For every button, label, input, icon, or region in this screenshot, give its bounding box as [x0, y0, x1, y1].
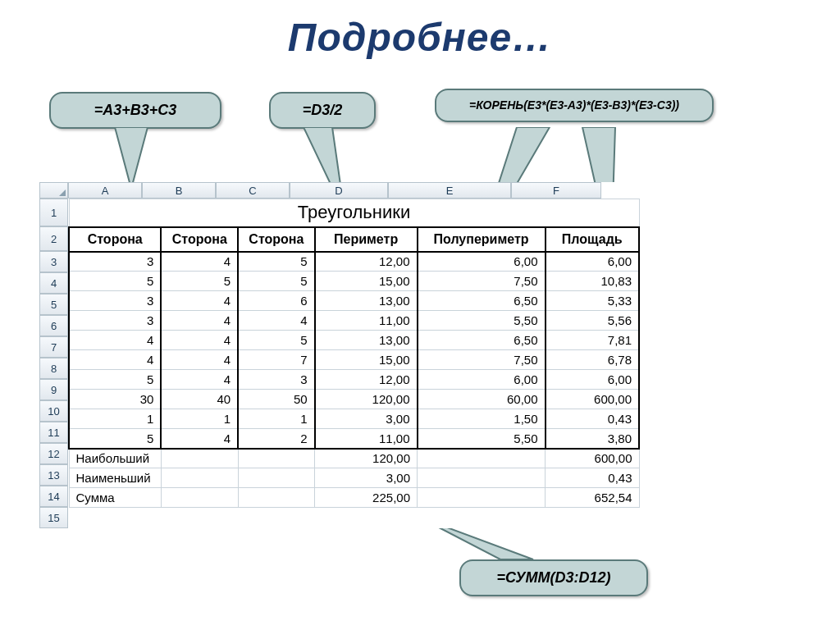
data-cell[interactable]: 4	[161, 370, 238, 390]
data-cell[interactable]: 15,00	[315, 272, 418, 291]
table-header-cell[interactable]: Сторона	[161, 227, 238, 252]
data-cell[interactable]: 1	[69, 409, 161, 429]
data-cell[interactable]: 5,50	[418, 311, 546, 331]
row-header[interactable]: 14	[39, 486, 68, 507]
data-cell[interactable]: 6,00	[418, 252, 546, 272]
data-cell[interactable]: 15,00	[315, 350, 418, 370]
col-header-E[interactable]: E	[388, 182, 511, 199]
row-header[interactable]: 4	[39, 272, 68, 294]
data-cell[interactable]: 4	[161, 311, 238, 331]
row-header[interactable]: 15	[39, 507, 68, 528]
data-cell[interactable]: 12,00	[315, 370, 418, 390]
data-cell[interactable]: 6,50	[418, 331, 546, 350]
summary-cell[interactable]: Наименьший	[69, 468, 161, 488]
data-cell[interactable]: 5	[69, 429, 161, 449]
data-cell[interactable]: 5	[238, 252, 315, 272]
summary-cell[interactable]	[161, 449, 238, 468]
data-cell[interactable]: 5	[69, 272, 161, 291]
data-cell[interactable]: 4	[161, 429, 238, 449]
data-cell[interactable]: 40	[161, 390, 238, 409]
summary-cell[interactable]	[238, 468, 315, 488]
col-header-C[interactable]: C	[216, 182, 290, 199]
summary-cell[interactable]: Наибольший	[69, 449, 161, 468]
row-header[interactable]: 2	[39, 226, 68, 251]
row-header[interactable]: 11	[39, 422, 68, 443]
merged-title-cell[interactable]: Треугольники	[69, 199, 639, 227]
data-cell[interactable]: 4	[69, 331, 161, 350]
table-header-cell[interactable]: Полупериметр	[418, 227, 546, 252]
data-cell[interactable]: 6	[238, 291, 315, 311]
summary-cell[interactable]: 120,00	[315, 449, 418, 468]
data-cell[interactable]: 4	[161, 252, 238, 272]
summary-cell[interactable]: Сумма	[69, 488, 161, 508]
row-header[interactable]: 8	[39, 358, 68, 379]
data-cell[interactable]: 12,00	[315, 252, 418, 272]
col-header-A[interactable]: A	[68, 182, 142, 199]
data-cell[interactable]: 30	[69, 390, 161, 409]
data-cell[interactable]: 120,00	[315, 390, 418, 409]
data-cell[interactable]: 50	[238, 390, 315, 409]
summary-cell[interactable]	[418, 468, 546, 488]
data-cell[interactable]: 5	[238, 331, 315, 350]
data-cell[interactable]: 13,00	[315, 331, 418, 350]
summary-cell[interactable]	[161, 488, 238, 508]
row-header[interactable]: 5	[39, 294, 68, 315]
col-header-B[interactable]: B	[142, 182, 216, 199]
data-cell[interactable]: 11,00	[315, 429, 418, 449]
row-header[interactable]: 9	[39, 379, 68, 400]
data-cell[interactable]: 10,83	[546, 272, 639, 291]
data-cell[interactable]: 4	[238, 311, 315, 331]
data-cell[interactable]: 5	[69, 370, 161, 390]
data-cell[interactable]: 0,43	[546, 409, 639, 429]
data-cell[interactable]: 5,56	[546, 311, 639, 331]
data-cell[interactable]: 4	[161, 350, 238, 370]
data-cell[interactable]: 1	[238, 409, 315, 429]
data-cell[interactable]: 7	[238, 350, 315, 370]
row-header[interactable]: 7	[39, 336, 68, 358]
data-cell[interactable]: 7,81	[546, 331, 639, 350]
summary-cell[interactable]: 225,00	[315, 488, 418, 508]
table-header-cell[interactable]: Сторона	[69, 227, 161, 252]
row-header[interactable]: 3	[39, 251, 68, 272]
row-header[interactable]: 12	[39, 443, 68, 464]
data-cell[interactable]: 60,00	[418, 390, 546, 409]
data-cell[interactable]: 4	[161, 291, 238, 311]
summary-cell[interactable]	[418, 449, 546, 468]
select-all-corner[interactable]	[39, 182, 68, 199]
data-cell[interactable]: 3	[69, 252, 161, 272]
data-cell[interactable]: 4	[161, 331, 238, 350]
summary-cell[interactable]	[418, 488, 546, 508]
table-header-cell[interactable]: Периметр	[315, 227, 418, 252]
summary-cell[interactable]: 0,43	[546, 468, 639, 488]
data-cell[interactable]: 3,80	[546, 429, 639, 449]
data-cell[interactable]: 600,00	[546, 390, 639, 409]
summary-cell[interactable]	[238, 449, 315, 468]
data-cell[interactable]: 6,50	[418, 291, 546, 311]
data-cell[interactable]: 11,00	[315, 311, 418, 331]
data-cell[interactable]: 5	[238, 272, 315, 291]
data-cell[interactable]: 13,00	[315, 291, 418, 311]
row-header[interactable]: 10	[39, 400, 68, 422]
data-cell[interactable]: 6,00	[546, 370, 639, 390]
data-cell[interactable]: 6,00	[546, 252, 639, 272]
data-cell[interactable]: 5,33	[546, 291, 639, 311]
data-cell[interactable]: 7,50	[418, 272, 546, 291]
table-header-cell[interactable]: Площадь	[546, 227, 639, 252]
data-cell[interactable]: 2	[238, 429, 315, 449]
data-cell[interactable]: 1	[161, 409, 238, 429]
data-cell[interactable]: 5,50	[418, 429, 546, 449]
data-cell[interactable]: 7,50	[418, 350, 546, 370]
summary-cell[interactable]	[238, 488, 315, 508]
data-cell[interactable]: 3,00	[315, 409, 418, 429]
col-header-D[interactable]: D	[290, 182, 388, 199]
data-cell[interactable]: 6,00	[418, 370, 546, 390]
summary-cell[interactable]	[161, 468, 238, 488]
table-header-cell[interactable]: Сторона	[238, 227, 315, 252]
summary-cell[interactable]: 600,00	[546, 449, 639, 468]
row-header[interactable]: 13	[39, 464, 68, 486]
data-cell[interactable]: 3	[238, 370, 315, 390]
data-cell[interactable]: 3	[69, 291, 161, 311]
data-cell[interactable]: 3	[69, 311, 161, 331]
data-grid[interactable]: ТреугольникиСторонаСторонаСторонаПеримет…	[68, 199, 640, 508]
data-cell[interactable]: 4	[69, 350, 161, 370]
